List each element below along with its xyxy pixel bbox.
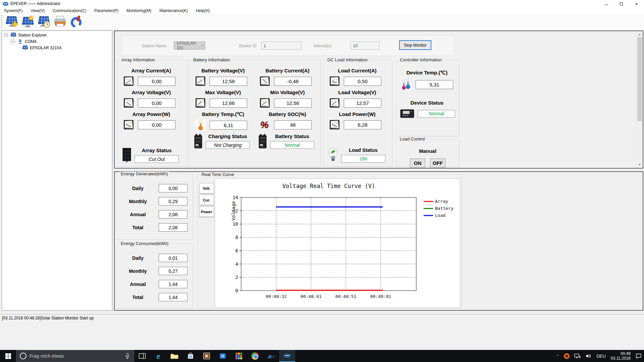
y-axis-label: Voltage	[231, 201, 236, 221]
row-label: Total	[117, 295, 159, 300]
controller-information-group: Controller Information Device Temp.(℃) 5…	[396, 60, 460, 136]
app-grid-button[interactable]	[231, 350, 247, 362]
min-voltage-value: 12,56	[274, 99, 312, 108]
internet-explorer-icon: e	[267, 352, 275, 360]
movies-tv-button[interactable]	[199, 350, 215, 362]
main-panel: Station Name EPSOLAR 321 ˅ Device ID 1 I…	[114, 31, 643, 311]
movies-tv-icon	[203, 352, 210, 360]
tree-label: EPSOLAR 3210A	[30, 46, 62, 50]
volume-tray-button[interactable]	[583, 350, 594, 362]
status-label: Charging Status	[208, 133, 247, 139]
start-button[interactable]	[0, 350, 16, 362]
battery-status-value: Normal	[270, 141, 314, 149]
station-name-select[interactable]: EPSOLAR 321 ˅	[174, 42, 205, 50]
field-label: Battery SOC(%)	[258, 111, 317, 117]
row-value: 0,01	[159, 254, 187, 262]
energy-row: Total1,44	[117, 291, 193, 304]
monitor-clock-icon	[37, 15, 51, 28]
min-voltage-item: Min Voltage(V) 12,56	[258, 89, 317, 109]
dc-load-information-group: DC Load Information Load Current(A) 0,50…	[323, 60, 392, 167]
internet-explorer-button[interactable]: e	[263, 350, 279, 362]
meter-icon	[123, 97, 135, 109]
battery-voltage-item: Battery Voltage(V) 12,58	[194, 68, 253, 87]
battery-icon	[258, 133, 267, 149]
edge-button[interactable]: e	[150, 350, 166, 362]
microphone-icon[interactable]	[125, 353, 130, 359]
menu-bar: System(F) View(V) Communication(C) Param…	[0, 7, 644, 14]
svg-text:%: %	[260, 120, 269, 130]
add-station-button[interactable]	[4, 14, 19, 29]
add-station-icon	[5, 15, 18, 28]
field-label: Load Voltage(V)	[328, 89, 387, 95]
tray-expand-icon[interactable]: ⌃	[554, 350, 561, 362]
meter-icon	[329, 75, 340, 87]
menu-parameter[interactable]: Parameter(P)	[90, 7, 122, 14]
device-id-field[interactable]: 1	[261, 42, 302, 50]
legend-label: Array	[435, 199, 448, 204]
vertical-scrollbar[interactable]: ▲ ▼	[637, 32, 642, 168]
tree-item-com4[interactable]: COM4	[2, 38, 112, 45]
meter-icon	[123, 119, 135, 130]
chart-title: Voltage Real Time Curve (V)	[282, 183, 375, 189]
scroll-down-icon[interactable]: ▼	[637, 162, 642, 168]
menu-communication[interactable]: Communication(C)	[49, 7, 90, 14]
interval-field[interactable]: 10	[351, 42, 379, 50]
menu-monitoring[interactable]: Monitoring(M)	[122, 7, 155, 14]
maximize-button[interactable]	[614, 0, 629, 7]
monitor-section: Station Name EPSOLAR 321 ˅ Device ID 1 I…	[114, 31, 643, 169]
action-center-button[interactable]	[633, 350, 644, 362]
app-grid-icon	[235, 353, 243, 360]
scrollbar-thumb[interactable]	[637, 37, 642, 121]
menu-maintenance[interactable]: Maintenance(K)	[155, 7, 192, 14]
tree-item-epsolar-3210a[interactable]: EPSOLAR 3210A	[2, 45, 112, 51]
avira-tray-button[interactable]	[561, 350, 572, 362]
close-button[interactable]	[629, 0, 644, 7]
minimize-button[interactable]	[599, 0, 614, 7]
language-indicator[interactable]: DEU	[594, 350, 608, 362]
field-label: Max Voltage(V)	[194, 89, 253, 95]
menu-help[interactable]: Help(H)	[192, 7, 214, 14]
network-tray-button[interactable]	[572, 350, 583, 362]
tree-item-station-explorer[interactable]: Station Explorer	[2, 32, 112, 38]
collapse-icon[interactable]	[11, 40, 14, 43]
toolbar	[0, 14, 644, 30]
task-view-button[interactable]	[134, 350, 150, 362]
load-off-button[interactable]: OFF	[430, 159, 445, 168]
system-tray: ⌃ DEU 00:49 03.11.2016	[554, 350, 644, 362]
media-player-button[interactable]	[215, 350, 231, 362]
station-name-label: Station Name	[142, 44, 166, 48]
status-label: Load Status	[349, 147, 378, 153]
monitor-button[interactable]	[36, 14, 52, 29]
tab-power[interactable]: Power	[199, 206, 214, 217]
chrome-button[interactable]	[247, 350, 263, 362]
store-button[interactable]	[182, 350, 199, 362]
station-config-button[interactable]	[20, 14, 36, 29]
scroll-up-icon[interactable]: ▲	[637, 32, 642, 37]
array-status-value: Cut Out	[135, 155, 179, 163]
collapse-icon[interactable]	[4, 33, 8, 37]
edge-icon: e	[156, 352, 160, 360]
tab-cur[interactable]: Cur.	[199, 195, 214, 205]
field-label: Array Current(A)	[122, 68, 181, 73]
load-current-item: Load Current(A) 0,50	[328, 68, 389, 87]
menu-view[interactable]: View(V)	[26, 7, 49, 14]
load-on-button[interactable]: ON	[410, 159, 425, 168]
file-explorer-button[interactable]	[166, 350, 182, 362]
stop-monitor-button[interactable]: Stop Monitor	[399, 41, 431, 50]
meter-icon	[195, 75, 206, 87]
battery-temp-value: 6,11	[210, 121, 247, 130]
device-id-label: Device ID	[239, 44, 257, 48]
tab-volt[interactable]: Volt.	[199, 183, 214, 193]
log-entry: [03.11.2016 00:48:28]Solar Station Monit…	[2, 316, 94, 320]
status-label: Array Status	[142, 147, 171, 153]
row-value: 0,00	[159, 184, 187, 192]
taskbar-search[interactable]: Frag mich etwas	[16, 350, 134, 362]
print-button[interactable]	[52, 14, 68, 29]
solar-device-icon	[22, 45, 28, 51]
x-tick-label: 00:48:32	[266, 294, 287, 299]
plot-border	[241, 197, 416, 291]
menu-system[interactable]: System(F)	[0, 7, 26, 14]
taskbar-clock[interactable]: 00:49 03.11.2016	[608, 351, 633, 361]
exit-button[interactable]	[68, 14, 84, 29]
epever-app-button[interactable]	[279, 350, 295, 362]
